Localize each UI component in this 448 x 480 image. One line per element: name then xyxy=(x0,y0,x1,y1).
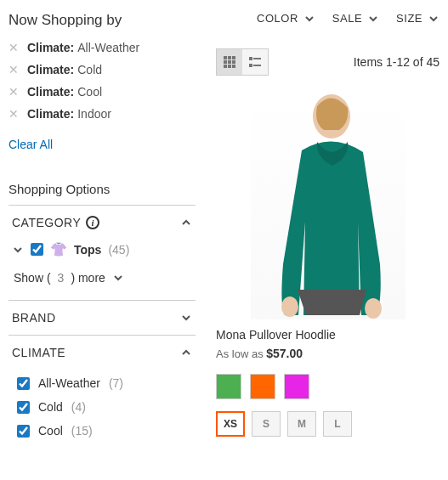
clear-all-link[interactable]: Clear All xyxy=(9,138,53,151)
svg-rect-6 xyxy=(224,65,227,68)
climate-count: (7) xyxy=(109,376,123,390)
svg-rect-10 xyxy=(253,58,261,59)
climate-checkbox[interactable] xyxy=(17,377,30,390)
svg-rect-1 xyxy=(228,56,231,59)
grid-icon xyxy=(223,55,236,69)
climate-count: (15) xyxy=(71,424,93,438)
climate-checkbox[interactable] xyxy=(17,401,30,414)
filter-label: Climate: xyxy=(27,85,74,99)
list-view-button[interactable] xyxy=(242,49,268,75)
category-checkbox[interactable] xyxy=(31,243,43,256)
show-more-link[interactable]: Show (3) more xyxy=(12,268,192,290)
grid-view-button[interactable] xyxy=(217,49,242,75)
svg-rect-2 xyxy=(232,56,235,59)
climate-checkbox[interactable] xyxy=(17,425,30,438)
category-name[interactable]: Tops xyxy=(74,243,101,257)
filter-value: All-Weather xyxy=(77,41,139,54)
facet-title-text: BRAND xyxy=(12,311,56,325)
info-icon[interactable]: i xyxy=(86,216,99,229)
filter-label: Climate: xyxy=(27,41,74,54)
facet-title-text: CLIMATE xyxy=(12,346,65,359)
svg-rect-4 xyxy=(228,60,231,64)
climate-option: Cool (15) xyxy=(12,419,192,443)
show-more-suffix: ) more xyxy=(71,271,105,285)
view-mode-switcher xyxy=(216,48,269,76)
chevron-down-icon xyxy=(428,13,439,25)
show-more-prefix: Show ( xyxy=(14,271,51,285)
product-card: Mona Pullover Hoodlie As low as $57.00 X… xyxy=(216,94,439,437)
svg-rect-5 xyxy=(232,60,235,64)
filter-label: Climate: xyxy=(27,107,74,121)
chevron-up-icon xyxy=(180,347,192,359)
svg-rect-3 xyxy=(224,60,227,64)
filter-value: Cool xyxy=(77,85,102,99)
climate-option: Cold (4) xyxy=(12,395,192,419)
remove-filter-icon[interactable]: ✕ xyxy=(9,107,19,121)
category-row: 👚 Tops (45) xyxy=(12,241,192,257)
filter-label: Climate: xyxy=(27,63,74,76)
svg-rect-0 xyxy=(224,56,227,59)
size-option-s[interactable]: S xyxy=(252,411,281,437)
color-swatches xyxy=(216,374,439,399)
filter-value: Indoor xyxy=(77,107,111,121)
top-filter-color[interactable]: COLOR xyxy=(257,12,315,25)
climate-label[interactable]: Cool xyxy=(38,424,63,438)
chevron-up-icon xyxy=(180,217,192,229)
show-more-count: 3 xyxy=(58,271,65,285)
product-name[interactable]: Mona Pullover Hoodlie xyxy=(216,328,439,342)
svg-point-15 xyxy=(365,298,382,319)
filter-value: Cold xyxy=(77,63,102,76)
svg-rect-12 xyxy=(253,65,261,66)
top-filter-label: SALE xyxy=(332,12,362,25)
active-filter: ✕ Climate: Indoor xyxy=(9,107,196,121)
facet-climate: CLIMATE All-Weather (7) Cold (4) Cool ( xyxy=(9,336,196,453)
color-swatch-orange[interactable] xyxy=(250,374,275,399)
shopping-options-title: Shopping Options xyxy=(9,182,196,196)
active-filter: ✕ Climate: All-Weather xyxy=(9,41,196,54)
svg-rect-7 xyxy=(228,65,231,68)
facet-header[interactable]: BRAND xyxy=(9,301,196,335)
now-shopping-title: Now Shopping by xyxy=(9,12,196,29)
chevron-down-icon xyxy=(303,13,315,25)
top-filter-label: SIZE xyxy=(396,12,422,25)
remove-filter-icon[interactable]: ✕ xyxy=(9,41,19,54)
facet-header[interactable]: CLIMATE xyxy=(9,336,196,370)
top-filter-size[interactable]: SIZE xyxy=(396,12,439,25)
svg-rect-9 xyxy=(249,57,252,60)
climate-count: (4) xyxy=(71,400,86,414)
svg-rect-11 xyxy=(249,64,252,67)
category-count: (45) xyxy=(108,243,129,257)
price: $57.00 xyxy=(266,347,303,360)
price-label: As low as xyxy=(216,347,266,360)
chevron-down-icon xyxy=(367,13,379,25)
product-price-row: As low as $57.00 xyxy=(216,347,439,360)
list-icon xyxy=(248,55,262,69)
remove-filter-icon[interactable]: ✕ xyxy=(9,85,19,99)
top-filter-label: COLOR xyxy=(257,12,298,25)
top-filter-sale[interactable]: SALE xyxy=(332,12,379,25)
active-filter: ✕ Climate: Cool xyxy=(9,85,196,99)
product-image[interactable] xyxy=(251,94,405,319)
svg-rect-8 xyxy=(232,65,235,68)
items-count: Items 1-12 of 45 xyxy=(354,55,439,69)
facet-title-text: CATEGORY xyxy=(12,216,81,229)
chevron-down-icon xyxy=(180,312,192,324)
remove-filter-icon[interactable]: ✕ xyxy=(9,63,19,76)
facet-brand: BRAND xyxy=(9,301,196,336)
color-swatch-magenta[interactable] xyxy=(284,374,309,399)
size-option-l[interactable]: L xyxy=(323,411,352,437)
chevron-down-icon xyxy=(112,272,124,284)
facet-category: CATEGORY i 👚 Tops (45) Show (3) more xyxy=(9,206,196,301)
size-option-xs[interactable]: XS xyxy=(216,411,245,437)
climate-label[interactable]: Cold xyxy=(38,400,63,414)
svg-point-14 xyxy=(281,296,298,317)
facet-header[interactable]: CATEGORY i xyxy=(9,206,196,240)
size-options: XS S M L xyxy=(216,411,439,437)
climate-option: All-Weather (7) xyxy=(12,371,192,395)
climate-label[interactable]: All-Weather xyxy=(38,376,100,390)
active-filter: ✕ Climate: Cold xyxy=(9,63,196,76)
color-swatch-green[interactable] xyxy=(216,374,241,399)
size-option-m[interactable]: M xyxy=(287,411,316,437)
category-thumb-icon: 👚 xyxy=(50,241,67,257)
chevron-down-icon[interactable] xyxy=(12,244,24,256)
